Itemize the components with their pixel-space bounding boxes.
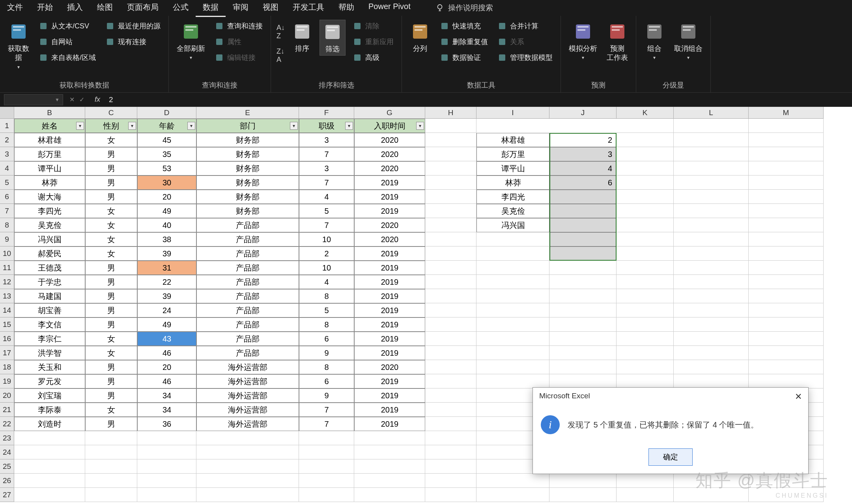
row-header-4[interactable]: 4: [0, 161, 14, 175]
name-box[interactable]: ▼: [4, 94, 63, 105]
cell-H8[interactable]: [425, 218, 476, 232]
cell-C20[interactable]: 男: [85, 388, 137, 403]
cell-K3[interactable]: [617, 147, 674, 161]
cell-K26[interactable]: [617, 474, 674, 488]
cell-H22[interactable]: [425, 417, 476, 431]
filter-button[interactable]: 筛选: [320, 20, 346, 56]
cell-E16[interactable]: 产品部: [196, 332, 299, 346]
cell-H16[interactable]: [425, 332, 476, 346]
row-header-16[interactable]: 16: [0, 332, 14, 346]
cell-F18[interactable]: 8: [299, 360, 354, 374]
cell-E17[interactable]: 产品部: [196, 346, 299, 360]
menu-Power Pivot[interactable]: Power Pivot: [361, 0, 418, 17]
cell-K10[interactable]: [617, 246, 674, 261]
cell-G19[interactable]: 2019: [354, 374, 425, 388]
row-header-26[interactable]: 26: [0, 474, 14, 488]
cell-C14[interactable]: 男: [85, 303, 137, 317]
cell-H3[interactable]: [425, 147, 476, 161]
cell-D11[interactable]: 31: [137, 261, 196, 275]
filter-btn-B[interactable]: ▾: [76, 122, 84, 130]
cell-L14[interactable]: [674, 303, 749, 317]
row-header-18[interactable]: 18: [0, 360, 14, 374]
row-header-25[interactable]: 25: [0, 459, 14, 474]
filter-btn-E[interactable]: ▾: [290, 122, 298, 130]
cell-H18[interactable]: [425, 360, 476, 374]
cell-M3[interactable]: [749, 147, 824, 161]
cell-G1[interactable]: 入职时间▾: [354, 119, 425, 133]
cell-M2[interactable]: [749, 133, 824, 147]
cell-B4[interactable]: 谭平山: [14, 161, 85, 175]
cell-E14[interactable]: 产品部: [196, 303, 299, 317]
menu-审阅[interactable]: 审阅: [226, 0, 256, 17]
cell-M11[interactable]: [749, 261, 824, 275]
col-header-M[interactable]: M: [749, 107, 824, 119]
cell-F19[interactable]: 6: [299, 374, 354, 388]
cell-M26[interactable]: [749, 474, 824, 488]
cell-H2[interactable]: [425, 133, 476, 147]
row-header-27[interactable]: 27: [0, 488, 14, 502]
ok-button[interactable]: 确定: [648, 448, 693, 466]
cell-L11[interactable]: [674, 261, 749, 275]
cell-H7[interactable]: [425, 204, 476, 218]
cell-H4[interactable]: [425, 161, 476, 175]
cell-H23[interactable]: [425, 431, 476, 445]
cell-F20[interactable]: 9: [299, 388, 354, 403]
cell-F22[interactable]: 7: [299, 417, 354, 431]
cell-J5[interactable]: 6: [549, 175, 617, 190]
cell-L26[interactable]: [674, 474, 749, 488]
cell-M17[interactable]: [749, 346, 824, 360]
cell-K14[interactable]: [617, 303, 674, 317]
cell-E15[interactable]: 产品部: [196, 317, 299, 332]
cell-H9[interactable]: [425, 232, 476, 246]
menu-数据[interactable]: 数据: [196, 0, 226, 17]
sort-button[interactable]: 排序: [290, 20, 315, 55]
cell-B1[interactable]: 姓名▾: [14, 119, 85, 133]
row-header-8[interactable]: 8: [0, 218, 14, 232]
select-all-corner[interactable]: [0, 107, 14, 119]
cell-F4[interactable]: 3: [299, 161, 354, 175]
cell-C6[interactable]: 男: [85, 190, 137, 204]
cell-G3[interactable]: 2020: [354, 147, 425, 161]
cell-D15[interactable]: 49: [137, 317, 196, 332]
cell-G14[interactable]: 2019: [354, 303, 425, 317]
cell-D17[interactable]: 46: [137, 346, 196, 360]
col-header-E[interactable]: E: [196, 107, 299, 119]
row-header-19[interactable]: 19: [0, 374, 14, 388]
cell-K17[interactable]: [617, 346, 674, 360]
cell-M10[interactable]: [749, 246, 824, 261]
cell-C13[interactable]: 男: [85, 289, 137, 303]
row-header-21[interactable]: 21: [0, 403, 14, 417]
cell-I8[interactable]: 冯兴国: [476, 218, 549, 232]
ribbon-最近使用的源[interactable]: 最近使用的源: [103, 20, 163, 32]
cell-J4[interactable]: 4: [549, 161, 617, 175]
cell-D9[interactable]: 38: [137, 232, 196, 246]
close-icon[interactable]: ✕: [795, 392, 802, 402]
menu-绘图[interactable]: 绘图: [90, 0, 120, 17]
ribbon-高级[interactable]: 高级: [350, 51, 396, 64]
row-header-12[interactable]: 12: [0, 275, 14, 289]
cell-L10[interactable]: [674, 246, 749, 261]
filter-btn-F[interactable]: ▾: [345, 122, 353, 130]
cell-H13[interactable]: [425, 289, 476, 303]
cell-G12[interactable]: 2019: [354, 275, 425, 289]
cell-D21[interactable]: 34: [137, 403, 196, 417]
cell-M18[interactable]: [749, 360, 824, 374]
cell-L13[interactable]: [674, 289, 749, 303]
ribbon-来自表格/区域[interactable]: 来自表格/区域: [36, 51, 98, 64]
cell-K2[interactable]: [617, 133, 674, 147]
cell-G10[interactable]: 2019: [354, 246, 425, 261]
cell-B6[interactable]: 谢大海: [14, 190, 85, 204]
cell-L8[interactable]: [674, 218, 749, 232]
cell-C10[interactable]: 女: [85, 246, 137, 261]
cell-K7[interactable]: [617, 204, 674, 218]
sort-asc-icon[interactable]: A↓Z: [277, 24, 285, 40]
cell-F21[interactable]: 7: [299, 403, 354, 417]
cell-B5[interactable]: 林莽: [14, 175, 85, 190]
cell-K16[interactable]: [617, 332, 674, 346]
cell-G4[interactable]: 2020: [354, 161, 425, 175]
cell-I7[interactable]: 吴克俭: [476, 204, 549, 218]
cell-E2[interactable]: 财务部: [196, 133, 299, 147]
cell-G16[interactable]: 2019: [354, 332, 425, 346]
cell-B15[interactable]: 李文信: [14, 317, 85, 332]
cell-F9[interactable]: 10: [299, 232, 354, 246]
